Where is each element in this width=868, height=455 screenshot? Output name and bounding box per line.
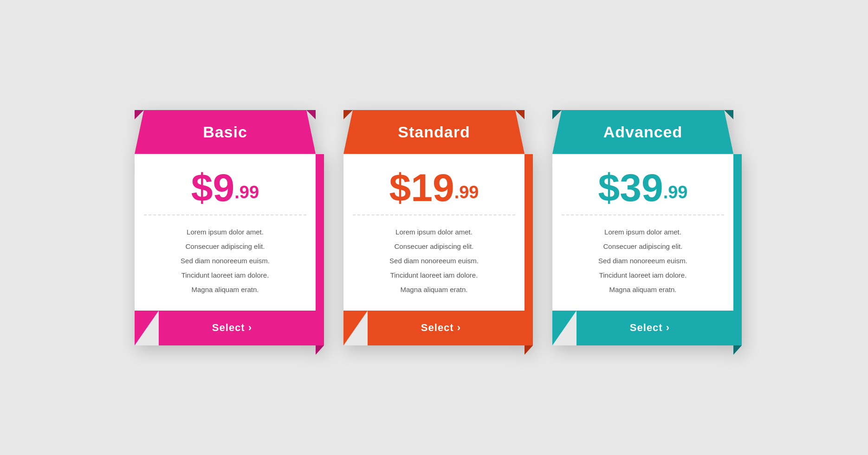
feature-item: Lorem ipsum dolor amet. bbox=[353, 225, 515, 239]
card-header: Standard bbox=[343, 110, 525, 154]
card-body-standard: $19.99 Lorem ipsum dolor amet.Consecuer … bbox=[343, 154, 525, 345]
feature-item: Lorem ipsum dolor amet. bbox=[562, 225, 724, 239]
feature-item: Tincidunt laoreet iam dolore. bbox=[562, 268, 724, 282]
card-body-basic: $9.99 Lorem ipsum dolor amet.Consecuer a… bbox=[135, 154, 316, 345]
bottom-right-fold-icon bbox=[525, 345, 533, 355]
price-divider bbox=[353, 214, 515, 215]
top-right-fold-icon bbox=[724, 110, 733, 119]
select-label-basic: Select › bbox=[212, 322, 252, 334]
card-body-advanced: $39.99 Lorem ipsum dolor amet.Consecuer … bbox=[552, 154, 733, 345]
price-cents-advanced: .99 bbox=[663, 182, 688, 202]
top-left-fold-icon bbox=[135, 110, 144, 119]
bottom-left-cut bbox=[552, 311, 577, 345]
feature-item: Tincidunt laoreet iam dolore. bbox=[144, 268, 306, 282]
feature-item: Consecuer adipiscing elit. bbox=[562, 239, 724, 254]
select-button-advanced[interactable]: Select › bbox=[552, 311, 733, 345]
select-label-standard: Select › bbox=[421, 322, 461, 334]
price-area-advanced: $39.99 bbox=[552, 154, 733, 214]
price-area-basic: $9.99 bbox=[135, 154, 316, 214]
top-right-fold-icon bbox=[515, 110, 525, 119]
select-button-basic[interactable]: Select › bbox=[135, 311, 316, 345]
card-title-standard: Standard bbox=[353, 123, 515, 141]
price-cents-standard: .99 bbox=[454, 182, 479, 202]
select-label-advanced: Select › bbox=[630, 322, 670, 334]
bottom-left-cut bbox=[343, 311, 368, 345]
price-main-basic: $9 bbox=[191, 166, 234, 209]
price-main-advanced: $39 bbox=[598, 166, 663, 209]
feature-item: Sed diam nonoreeum euism. bbox=[144, 254, 306, 268]
feature-item: Sed diam nonoreeum euism. bbox=[353, 254, 515, 268]
top-right-fold-icon bbox=[306, 110, 316, 119]
bottom-right-fold-icon bbox=[316, 345, 324, 355]
feature-item: Magna aliquam eratn. bbox=[144, 282, 306, 297]
feature-item: Consecuer adipiscing elit. bbox=[353, 239, 515, 254]
feature-item: Magna aliquam eratn. bbox=[562, 282, 724, 297]
features-list-standard: Lorem ipsum dolor amet.Consecuer adipisc… bbox=[343, 225, 525, 311]
pricing-card-advanced: Advanced $39.99 Lorem ipsum dolor amet.C… bbox=[552, 110, 733, 345]
pricing-card-standard: Standard $19.99 Lorem ipsum dolor amet.C… bbox=[343, 110, 525, 345]
select-area-standard: Select › bbox=[343, 311, 525, 345]
right-tab-strip bbox=[733, 154, 742, 345]
feature-item: Tincidunt laoreet iam dolore. bbox=[353, 268, 515, 282]
select-area-advanced: Select › bbox=[552, 311, 733, 345]
bottom-right-fold-icon bbox=[733, 345, 742, 355]
right-tab-strip bbox=[525, 154, 533, 345]
feature-item: Lorem ipsum dolor amet. bbox=[144, 225, 306, 239]
price-area-standard: $19.99 bbox=[343, 154, 525, 214]
price-divider bbox=[144, 214, 306, 215]
features-list-advanced: Lorem ipsum dolor amet.Consecuer adipisc… bbox=[552, 225, 733, 311]
features-list-basic: Lorem ipsum dolor amet.Consecuer adipisc… bbox=[135, 225, 316, 311]
card-header: Advanced bbox=[552, 110, 733, 154]
pricing-card-basic: Basic $9.99 Lorem ipsum dolor amet.Conse… bbox=[135, 110, 316, 345]
right-tab-strip bbox=[316, 154, 324, 345]
top-left-fold-icon bbox=[343, 110, 353, 119]
card-header: Basic bbox=[135, 110, 316, 154]
price-divider bbox=[562, 214, 724, 215]
feature-item: Magna aliquam eratn. bbox=[353, 282, 515, 297]
select-button-standard[interactable]: Select › bbox=[343, 311, 525, 345]
price-main-standard: $19 bbox=[389, 166, 454, 209]
feature-item: Sed diam nonoreeum euism. bbox=[562, 254, 724, 268]
card-title-advanced: Advanced bbox=[562, 123, 724, 141]
pricing-container: Basic $9.99 Lorem ipsum dolor amet.Conse… bbox=[135, 110, 733, 345]
card-title-basic: Basic bbox=[144, 123, 306, 141]
price-cents-basic: .99 bbox=[234, 182, 259, 202]
top-left-fold-icon bbox=[552, 110, 562, 119]
feature-item: Consecuer adipiscing elit. bbox=[144, 239, 306, 254]
select-area-basic: Select › bbox=[135, 311, 316, 345]
bottom-left-cut bbox=[135, 311, 159, 345]
